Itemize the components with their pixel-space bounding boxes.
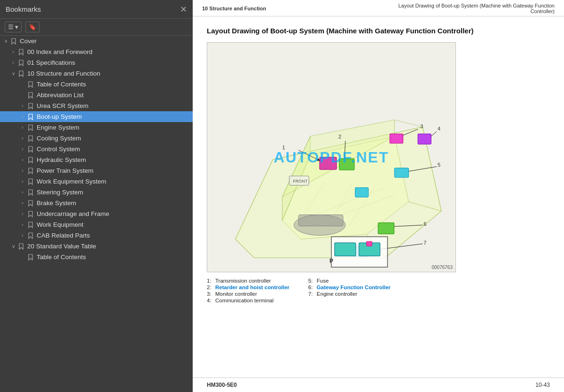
- tree-item-01-spec[interactable]: ›01 Specifications: [0, 57, 193, 68]
- main-document-body: Layout Drawing of Boot-up System (Machin…: [193, 16, 564, 377]
- tree-item-cooling-system[interactable]: ›Cooling System: [0, 133, 193, 144]
- svg-rect-17: [339, 159, 354, 170]
- tree-item-label: Cooling System: [37, 135, 191, 142]
- tree-item-label: Work Equipment: [37, 221, 191, 228]
- expand-icon[interactable]: ›: [19, 200, 26, 206]
- bookmark-icon: [26, 81, 35, 88]
- tree-item-power-train[interactable]: ›Power Train System: [0, 165, 193, 176]
- bookmark-icon: [26, 211, 35, 217]
- tree-item-brake-system[interactable]: ›Brake System: [0, 198, 193, 208]
- svg-text:FRONT: FRONT: [293, 179, 307, 184]
- tree-item-label: Table of Contents: [37, 81, 191, 88]
- svg-rect-13: [298, 215, 343, 226]
- bookmark-icon: [9, 38, 18, 45]
- tree-item-table-of-contents-20[interactable]: Table of Contents: [0, 252, 193, 262]
- expand-icon[interactable]: ›: [9, 60, 17, 65]
- legend-item-2: 2: Retarder and hoist controller: [207, 284, 290, 290]
- svg-text:6: 6: [423, 221, 426, 227]
- expand-icon[interactable]: ›: [19, 190, 26, 195]
- tree-item-20-standard[interactable]: ∨20 Standard Value Table: [0, 241, 193, 252]
- bookmark-icon: [26, 114, 35, 120]
- tree-item-urea-scr[interactable]: ›Urea SCR System: [0, 100, 193, 111]
- tree-item-label: Undercarriage and Frame: [37, 210, 191, 217]
- diagram-code: 00076763: [432, 265, 453, 270]
- svg-text:7: 7: [423, 240, 426, 246]
- svg-line-6: [394, 120, 423, 127]
- expand-icon[interactable]: ›: [19, 157, 26, 162]
- tree-item-10-struct[interactable]: ∨10 Structure and Function: [0, 68, 193, 79]
- expand-icon[interactable]: ›: [19, 211, 26, 216]
- svg-rect-27: [394, 168, 408, 177]
- sidebar-toolbar: ☰ ▾ 🔖: [0, 19, 193, 36]
- tree-item-label: Power Train System: [37, 167, 191, 174]
- tree-item-cab-parts[interactable]: ›CAB Related Parts: [0, 230, 193, 241]
- tree-item-label: Urea SCR System: [37, 102, 191, 109]
- legend-item-5: 5: Fuse: [308, 278, 391, 284]
- legend-item-4: 4: Communication terminal: [207, 298, 290, 303]
- bookmark-icon: [17, 49, 25, 55]
- bookmark-icon: [26, 103, 35, 109]
- bookmark-icon: [17, 70, 25, 77]
- tree-item-label: Table of Contents: [37, 254, 191, 261]
- expand-icon[interactable]: ›: [19, 114, 26, 119]
- bookmark-icon: [17, 243, 25, 250]
- tree-item-label: Control System: [37, 146, 191, 153]
- svg-rect-38: [335, 243, 356, 256]
- expand-icon[interactable]: ∨: [9, 244, 17, 249]
- expand-icon[interactable]: ∨: [2, 38, 9, 44]
- bookmark-icon: [26, 124, 35, 131]
- tree-item-steering-system[interactable]: ›Steering System: [0, 187, 193, 198]
- tree-item-control-system[interactable]: ›Control System: [0, 144, 193, 154]
- svg-rect-40: [367, 241, 372, 246]
- bookmark-icon: [26, 157, 35, 163]
- view-menu-button[interactable]: ☰ ▾: [5, 22, 22, 32]
- tree-item-label: Brake System: [37, 200, 191, 207]
- svg-text:3: 3: [420, 123, 423, 129]
- expand-icon[interactable]: ›: [9, 49, 17, 54]
- expand-icon[interactable]: ›: [19, 136, 26, 141]
- footer-page: 10-43: [535, 382, 550, 388]
- sidebar-tree: ∨Cover›00 Index and Foreword›01 Specific…: [0, 36, 193, 392]
- tree-item-hydraulic-system[interactable]: ›Hydraulic System: [0, 154, 193, 165]
- tree-item-work-equipment[interactable]: ›Work Equipment: [0, 219, 193, 230]
- tree-item-label: CAB Related Parts: [37, 232, 191, 239]
- sidebar-title: Bookmarks: [6, 5, 41, 13]
- tree-item-table-of-contents[interactable]: Table of Contents: [0, 79, 193, 90]
- svg-line-24: [431, 131, 437, 136]
- tree-item-label: Hydraulic System: [37, 156, 191, 163]
- bookmark-icon: [26, 168, 35, 174]
- tree-item-engine-system[interactable]: ›Engine System: [0, 122, 193, 133]
- svg-text:4: 4: [438, 126, 440, 131]
- close-button[interactable]: ✕: [180, 5, 187, 14]
- tree-item-boot-up[interactable]: ›Boot-up System: [0, 111, 193, 122]
- svg-rect-20: [390, 134, 403, 143]
- sidebar-header: Bookmarks ✕: [0, 0, 193, 19]
- tree-item-label: 20 Standard Value Table: [27, 243, 191, 250]
- tree-item-label: Work Equipment System: [37, 178, 191, 185]
- tree-item-00-index[interactable]: ›00 Index and Foreword: [0, 46, 193, 57]
- expand-icon[interactable]: ›: [19, 179, 26, 184]
- tree-item-work-equip-sys[interactable]: ›Work Equipment System: [0, 176, 193, 187]
- tree-item-cover[interactable]: ∨Cover: [0, 36, 193, 46]
- svg-text:2: 2: [338, 134, 341, 139]
- expand-icon[interactable]: ∨: [9, 71, 17, 76]
- expand-icon[interactable]: ›: [19, 103, 26, 108]
- tree-item-label: Steering System: [37, 189, 191, 196]
- tree-item-label: 01 Specifications: [27, 59, 191, 66]
- main-content-area: 10 Structure and Function Layout Drawing…: [193, 0, 564, 392]
- tree-item-label: Cover: [20, 38, 191, 45]
- legend-container: 1: Transmission controller 2: Retarder a…: [207, 278, 550, 303]
- tree-item-abbreviation-list[interactable]: Abbreviation List: [0, 90, 193, 100]
- svg-rect-23: [418, 134, 431, 144]
- expand-icon[interactable]: ›: [19, 222, 26, 227]
- expand-icon[interactable]: ›: [19, 233, 26, 238]
- tree-item-label: Engine System: [37, 124, 191, 131]
- expand-icon[interactable]: ›: [19, 168, 26, 173]
- svg-rect-14: [320, 157, 337, 169]
- bookmark-button[interactable]: 🔖: [25, 22, 39, 32]
- expand-icon[interactable]: ›: [19, 125, 26, 130]
- svg-rect-41: [355, 188, 368, 197]
- expand-icon[interactable]: ›: [19, 146, 26, 152]
- tree-item-undercarriage[interactable]: ›Undercarriage and Frame: [0, 208, 193, 219]
- diagram-p-label: P: [329, 258, 333, 264]
